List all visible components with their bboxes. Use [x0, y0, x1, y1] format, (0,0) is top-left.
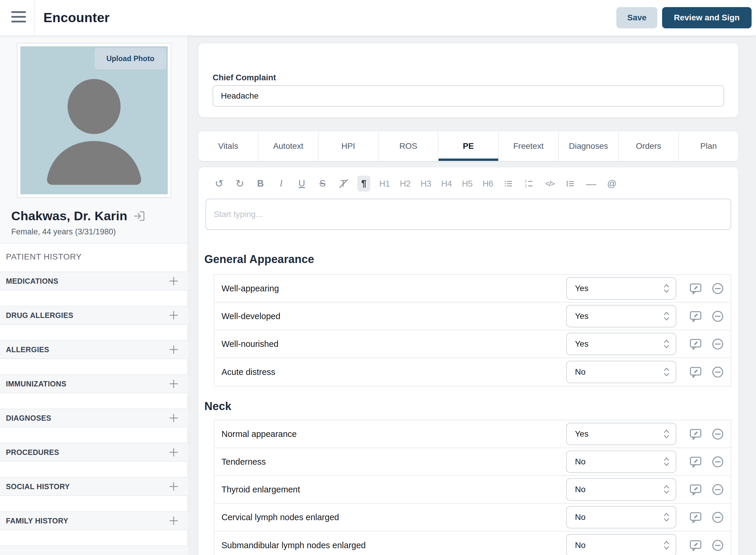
select-chevrons-icon: [663, 310, 670, 322]
submandibular-lymph-nodes-select[interactable]: No: [566, 534, 676, 555]
comment-edit-icon[interactable]: [689, 337, 703, 351]
heading6-icon[interactable]: H6: [481, 176, 494, 191]
table-row: Well-appearing Yes: [214, 275, 730, 303]
ordered-list-icon[interactable]: [523, 176, 536, 191]
remove-row-icon[interactable]: [711, 365, 725, 379]
pe-text-editor[interactable]: Start typing...: [206, 199, 731, 230]
tab-hpi[interactable]: HPI: [319, 131, 379, 161]
sidebar-item-family-history: FAMILY HISTORY: [0, 511, 188, 530]
section-heading-general-appearance: General Appearance: [204, 253, 314, 266]
select-chevrons-icon: [663, 483, 670, 495]
select-chevrons-icon: [663, 366, 670, 378]
patient-name: Chakwas, Dr. Karin: [11, 209, 127, 223]
well-developed-select[interactable]: Yes: [566, 305, 676, 328]
heading2-icon[interactable]: H2: [399, 176, 412, 191]
tab-ros[interactable]: ROS: [379, 131, 438, 161]
add-medication-icon[interactable]: [167, 275, 180, 287]
remove-row-icon[interactable]: [711, 455, 725, 469]
mention-icon[interactable]: @: [605, 176, 618, 191]
table-row: Cervical lymph nodes enlarged No: [214, 504, 730, 531]
chief-complaint-input[interactable]: [213, 85, 724, 106]
horizontal-rule-icon[interactable]: —: [585, 176, 598, 191]
heading3-icon[interactable]: H3: [419, 176, 432, 191]
patient-demographics: Female, 44 years (3/31/1980): [11, 227, 116, 237]
remove-row-icon[interactable]: [711, 427, 725, 441]
comment-edit-icon[interactable]: [689, 365, 703, 379]
comment-edit-icon[interactable]: [689, 510, 703, 524]
sidebar-item-partial: [0, 546, 188, 555]
hamburger-menu-icon[interactable]: [11, 11, 26, 24]
sidebar-item-procedures: PROCEDURES: [0, 443, 188, 462]
encounter-screen: Encounter Save Review and Sign Upload Ph…: [0, 0, 756, 555]
table-row: Acute distress No: [214, 358, 730, 386]
open-chart-icon[interactable]: [133, 209, 146, 223]
add-allergy-icon[interactable]: [167, 343, 180, 356]
tab-plan[interactable]: Plan: [679, 131, 738, 161]
italic-icon[interactable]: I: [275, 176, 288, 191]
table-row: Well-developed Yes: [214, 303, 730, 330]
comment-edit-icon[interactable]: [689, 309, 703, 323]
select-chevrons-icon: [663, 456, 670, 468]
table-row: Submandibular lymph nodes enlarged No: [214, 531, 730, 555]
upload-photo-button[interactable]: Upload Photo: [94, 48, 166, 69]
comment-edit-icon[interactable]: [689, 539, 703, 552]
remove-row-icon[interactable]: [711, 539, 725, 552]
heading1-icon[interactable]: H1: [378, 176, 391, 191]
person-silhouette-icon: [29, 58, 159, 188]
sidebar-item-drug-allergies: DRUG ALLERGIES: [0, 306, 188, 325]
save-button[interactable]: Save: [616, 7, 657, 28]
bullet-list-icon[interactable]: [502, 176, 515, 191]
patient-name-row: Chakwas, Dr. Karin: [11, 209, 146, 223]
well-nourished-select[interactable]: Yes: [566, 333, 676, 355]
tab-orders[interactable]: Orders: [619, 131, 679, 161]
table-row: Normal appearance Yes: [214, 420, 730, 448]
bold-icon[interactable]: B: [254, 176, 267, 191]
review-and-sign-button[interactable]: Review and Sign: [662, 7, 752, 28]
add-diagnosis-icon[interactable]: [167, 412, 180, 424]
add-immunization-icon[interactable]: [167, 378, 180, 390]
redo-icon[interactable]: ↻: [233, 176, 246, 191]
add-drug-allergy-icon[interactable]: [167, 309, 180, 322]
tab-vitals[interactable]: Vitals: [199, 131, 258, 161]
remove-row-icon[interactable]: [711, 337, 725, 351]
add-social-history-icon[interactable]: [167, 480, 180, 493]
comment-edit-icon[interactable]: [689, 455, 703, 469]
cervical-lymph-nodes-select[interactable]: No: [566, 506, 676, 528]
page-title: Encounter: [43, 0, 110, 35]
underline-icon[interactable]: U: [295, 176, 308, 191]
remove-row-icon[interactable]: [711, 309, 725, 323]
code-icon[interactable]: </>: [543, 176, 556, 191]
chief-complaint-card: Chief Complaint: [199, 43, 738, 117]
comment-edit-icon[interactable]: [689, 483, 703, 497]
editor-toolbar: ↺ ↻ B I U S T ¶ H1 H2 H3 H4 H5 H6 </> — …: [213, 176, 618, 191]
select-chevrons-icon: [663, 338, 670, 350]
normal-appearance-select[interactable]: Yes: [566, 423, 676, 445]
blockquote-icon[interactable]: [564, 176, 577, 191]
sidebar-item-diagnoses: DIAGNOSES: [0, 409, 188, 427]
heading5-icon[interactable]: H5: [461, 176, 474, 191]
tab-freetext[interactable]: Freetext: [499, 131, 559, 161]
well-appearing-select[interactable]: Yes: [566, 277, 676, 300]
tenderness-select[interactable]: No: [566, 451, 676, 473]
tab-autotext[interactable]: Autotext: [258, 131, 318, 161]
remove-row-icon[interactable]: [711, 282, 725, 296]
tab-diagnoses[interactable]: Diagnoses: [559, 131, 619, 161]
neck-rows: Normal appearance Yes Tenderness No: [214, 420, 731, 555]
sidebar-item-immunizations: IMMUNIZATIONS: [0, 374, 188, 393]
patient-history-list: MEDICATIONS DRUG ALLERGIES ALLERGIES IMM…: [0, 271, 188, 555]
select-chevrons-icon: [663, 539, 670, 551]
clear-formatting-icon[interactable]: T: [337, 176, 350, 191]
comment-edit-icon[interactable]: [689, 427, 703, 441]
undo-icon[interactable]: ↺: [213, 176, 225, 191]
acute-distress-select[interactable]: No: [566, 361, 676, 383]
remove-row-icon[interactable]: [711, 510, 725, 524]
remove-row-icon[interactable]: [711, 483, 725, 497]
tab-pe[interactable]: PE: [438, 131, 499, 161]
heading4-icon[interactable]: H4: [440, 176, 453, 191]
add-family-history-icon[interactable]: [167, 515, 180, 527]
thyroid-enlargement-select[interactable]: No: [566, 478, 676, 501]
paragraph-icon[interactable]: ¶: [357, 176, 370, 191]
comment-edit-icon[interactable]: [689, 282, 703, 296]
add-procedure-icon[interactable]: [167, 446, 180, 459]
strikethrough-icon[interactable]: S: [316, 176, 329, 191]
